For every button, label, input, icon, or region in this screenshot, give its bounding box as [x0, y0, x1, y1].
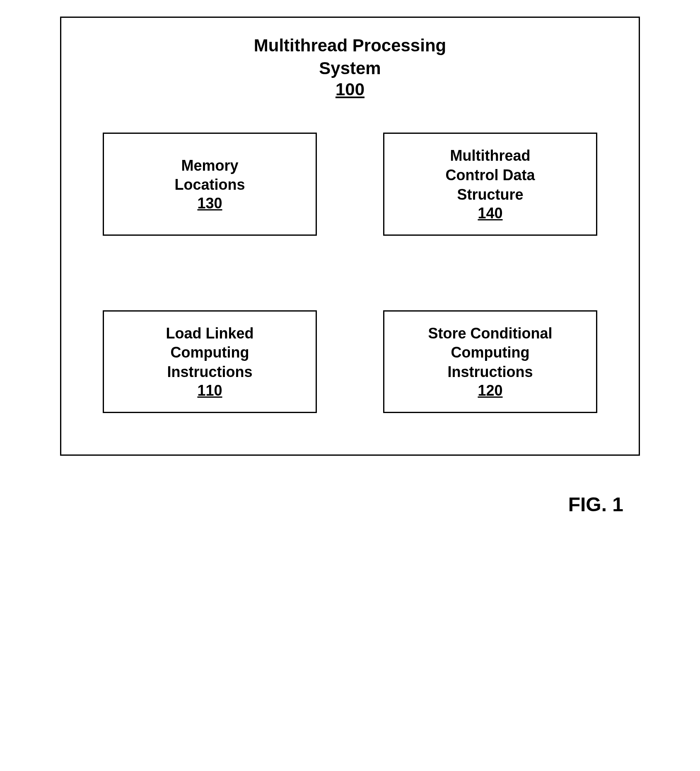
component-grid: Memory Locations 130 Multithread Control… [86, 133, 614, 413]
box-ref: 140 [393, 205, 588, 222]
memory-locations-box: Memory Locations 130 [103, 133, 317, 235]
box-label: Locations [112, 175, 307, 195]
title-line-2: System [86, 57, 614, 80]
box-ref: 120 [393, 382, 588, 399]
box-label: Memory [112, 156, 307, 176]
box-label: Instructions [393, 363, 588, 382]
box-ref: 130 [112, 195, 307, 212]
box-label: Control Data [393, 166, 588, 185]
box-label: Load Linked [112, 324, 307, 343]
title-line-1: Multithread Processing [86, 34, 614, 57]
box-label: Multithread [393, 146, 588, 166]
store-conditional-box: Store Conditional Computing Instructions… [383, 310, 597, 413]
load-linked-box: Load Linked Computing Instructions 110 [103, 310, 317, 413]
title-ref: 100 [86, 80, 614, 99]
box-label: Computing [393, 343, 588, 363]
box-label: Instructions [112, 363, 307, 382]
system-container: Multithread Processing System 100 Memory… [60, 17, 640, 456]
figure-label: FIG. 1 [60, 493, 640, 516]
box-label: Store Conditional [393, 324, 588, 343]
system-title: Multithread Processing System 100 [86, 34, 614, 99]
multithread-control-box: Multithread Control Data Structure 140 [383, 133, 597, 235]
box-label: Computing [112, 343, 307, 363]
box-ref: 110 [112, 382, 307, 399]
box-label: Structure [393, 185, 588, 205]
